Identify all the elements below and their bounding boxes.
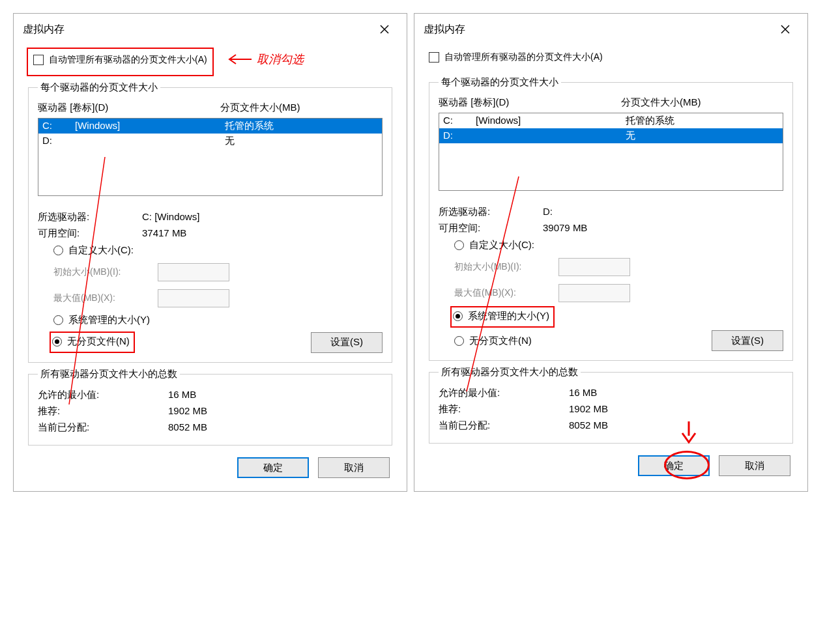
initial-size-input xyxy=(158,263,229,281)
ok-button[interactable]: 确定 xyxy=(638,455,710,476)
system-managed-radio[interactable] xyxy=(53,315,63,325)
free-space-label: 可用空间: xyxy=(38,227,142,240)
initial-size-label: 初始大小(MB)(I): xyxy=(53,266,151,278)
auto-manage-label: 自动管理所有驱动器的分页文件大小(A) xyxy=(444,51,603,63)
set-button[interactable]: 设置(S) xyxy=(712,330,783,351)
custom-size-radio[interactable] xyxy=(53,246,63,255)
rec-value: 1902 MB xyxy=(569,403,608,416)
drive-list[interactable]: C:[Windows]托管的系统D:无 xyxy=(439,113,783,191)
drive-list[interactable]: C:[Windows]托管的系统D:无 xyxy=(38,118,383,196)
selected-drive-label: 所选驱动器: xyxy=(439,206,543,218)
min-label: 允许的最小值: xyxy=(439,387,569,399)
drive-row[interactable]: C:[Windows]托管的系统 xyxy=(38,119,382,134)
rec-label: 推荐: xyxy=(439,403,569,416)
no-paging-file-radio[interactable] xyxy=(52,337,62,347)
selected-drive-value: C: [Windows] xyxy=(142,211,199,223)
drive-list-header: 驱动器 [卷标](D)分页文件大小(MB) xyxy=(439,95,783,113)
per-drive-group: 每个驱动器的分页文件大小驱动器 [卷标](D)分页文件大小(MB)C:[Wind… xyxy=(28,81,392,363)
virtual-memory-dialog: 虚拟内存自动管理所有驱动器的分页文件大小(A)每个驱动器的分页文件大小驱动器 [… xyxy=(414,13,808,492)
dialog-title: 虚拟内存 xyxy=(23,23,65,36)
drive-row[interactable]: C:[Windows]托管的系统 xyxy=(439,113,783,128)
selected-drive-label: 所选驱动器: xyxy=(38,211,142,223)
annotation-uncheck: 取消勾选 xyxy=(227,51,304,67)
custom-size-radio[interactable] xyxy=(454,240,464,250)
max-size-input xyxy=(558,284,630,302)
titlebar: 虚拟内存 xyxy=(414,14,807,41)
initial-size-input xyxy=(558,258,630,276)
cur-value: 8052 MB xyxy=(168,421,207,434)
auto-manage-checkbox[interactable] xyxy=(429,52,439,63)
max-size-label: 最大值(MB)(X): xyxy=(53,292,151,304)
per-drive-legend: 每个驱动器的分页文件大小 xyxy=(439,76,561,89)
annotation-highlight-box: 自动管理所有驱动器的分页文件大小(A) xyxy=(27,48,214,76)
rec-value: 1902 MB xyxy=(168,405,207,418)
min-value: 16 MB xyxy=(569,387,597,399)
min-label: 允许的最小值: xyxy=(38,389,168,401)
rec-label: 推荐: xyxy=(38,405,168,418)
annotation-highlight-box: 无分页文件(N) xyxy=(50,332,135,353)
free-space-value: 39079 MB xyxy=(543,222,587,234)
initial-size-label: 初始大小(MB)(I): xyxy=(454,261,552,273)
cancel-button[interactable]: 取消 xyxy=(318,457,390,478)
per-drive-legend: 每个驱动器的分页文件大小 xyxy=(38,81,160,94)
cancel-button[interactable]: 取消 xyxy=(719,455,790,476)
close-icon[interactable] xyxy=(371,20,398,38)
dialog-title: 虚拟内存 xyxy=(424,23,465,36)
close-icon[interactable] xyxy=(772,20,798,38)
totals-group: 所有驱动器分页文件大小的总数允许的最小值:16 MB推荐:1902 MB当前已分… xyxy=(28,368,392,446)
totals-group: 所有驱动器分页文件大小的总数允许的最小值:16 MB推荐:1902 MB当前已分… xyxy=(429,366,793,444)
per-drive-group: 每个驱动器的分页文件大小驱动器 [卷标](D)分页文件大小(MB)C:[Wind… xyxy=(429,76,793,361)
annotation-highlight-box: 系统管理的大小(Y) xyxy=(450,306,555,328)
auto-manage-checkbox[interactable] xyxy=(33,55,44,65)
cur-value: 8052 MB xyxy=(569,419,608,432)
max-size-input xyxy=(158,289,229,307)
set-button[interactable]: 设置(S) xyxy=(311,332,383,353)
ok-button[interactable]: 确定 xyxy=(237,457,309,478)
no-paging-file-radio[interactable] xyxy=(454,336,464,346)
free-space-value: 37417 MB xyxy=(142,227,186,240)
free-space-label: 可用空间: xyxy=(439,222,543,234)
cur-label: 当前已分配: xyxy=(38,421,168,434)
cur-label: 当前已分配: xyxy=(439,419,569,432)
max-size-label: 最大值(MB)(X): xyxy=(454,287,552,299)
drive-row[interactable]: D:无 xyxy=(439,128,783,143)
drive-row[interactable]: D:无 xyxy=(38,134,382,149)
selected-drive-value: D: xyxy=(543,206,553,218)
system-managed-radio[interactable] xyxy=(453,311,463,321)
min-value: 16 MB xyxy=(168,389,196,401)
drive-list-header: 驱动器 [卷标](D)分页文件大小(MB) xyxy=(38,100,383,118)
titlebar: 虚拟内存 xyxy=(14,14,407,41)
virtual-memory-dialog: 虚拟内存自动管理所有驱动器的分页文件大小(A)取消勾选每个驱动器的分页文件大小驱… xyxy=(13,13,407,492)
auto-manage-label: 自动管理所有驱动器的分页文件大小(A) xyxy=(49,54,207,66)
